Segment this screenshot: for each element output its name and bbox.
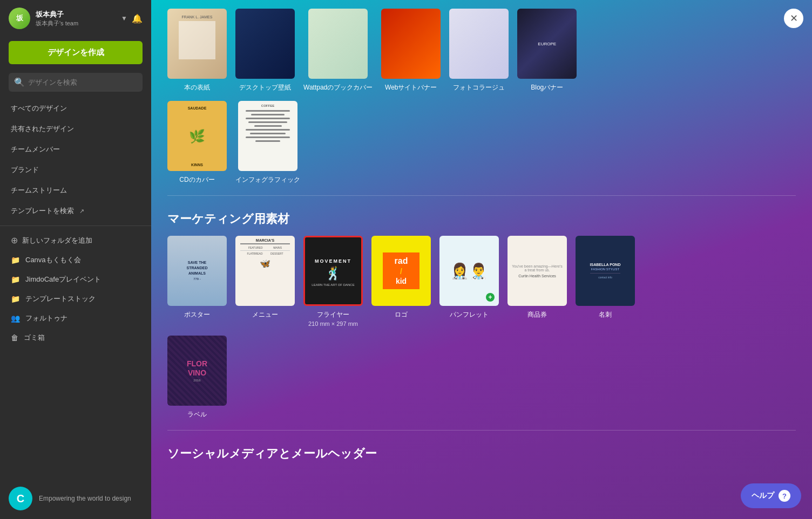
section-divider-1 bbox=[167, 195, 796, 196]
template-item-desktop-wallpaper[interactable]: デスクトップ壁紙 bbox=[235, 9, 295, 92]
template-thumb-business-card: ISABELLA POND FASHION STYLIST contact in… bbox=[576, 236, 635, 306]
template-item-blog-banner[interactable]: EUROPE Blogバナー bbox=[517, 9, 577, 92]
team-members-label: チームメンバー bbox=[11, 145, 60, 154]
avatar-image: 坂 bbox=[9, 8, 30, 29]
template-item-wattpad[interactable]: Wattpadのブックカバー bbox=[303, 9, 373, 92]
top-template-row: FRANK L. JAMES 本の表紙 デスクトップ壁紙 Wattpadのブック… bbox=[167, 9, 796, 92]
template-thumb-menu: MARCIA'S FEATURED MAINS FLATBREAD DESSER… bbox=[235, 236, 295, 306]
main-content: ✕ FRANK L. JAMES 本の表紙 デスクトップ壁紙 Wattpadのブ… bbox=[151, 0, 812, 519]
template-label-cd-cover: CDのカバー bbox=[179, 175, 214, 185]
notification-bell-icon[interactable]: 🔔 bbox=[132, 13, 143, 24]
template-label-label: ラベル bbox=[187, 410, 207, 419]
template-sublabel-flyer: 210 mm × 297 mm bbox=[308, 320, 358, 327]
sidebar-item-shared-designs[interactable]: 共有されたデザイン bbox=[0, 119, 151, 139]
template-item-book-cover[interactable]: FRANK L. JAMES 本の表紙 bbox=[167, 9, 227, 92]
person-icon: 👥 bbox=[11, 314, 20, 323]
template-stock-label: テンプレートストック bbox=[25, 294, 96, 304]
help-label: ヘルプ bbox=[752, 491, 774, 501]
template-thumb-poster: SAVE THESTRANDEDANIMALS 779 - bbox=[167, 236, 227, 306]
search-box: 🔍 bbox=[9, 73, 143, 92]
add-folder-button[interactable]: ⊕ 新しいフォルダを追加 bbox=[0, 230, 151, 250]
sidebar-bottom: C Empowering the world to design bbox=[0, 478, 151, 519]
chevron-down-icon[interactable]: ▼ bbox=[121, 15, 127, 22]
add-folder-label: 新しいフォルダを追加 bbox=[22, 236, 92, 245]
template-label-blog-banner: Blogバナー bbox=[531, 83, 563, 92]
template-thumb-coupon: You've been amazing—Here's a treat from … bbox=[508, 236, 567, 306]
canva-logo: C bbox=[9, 487, 32, 510]
template-item-logo[interactable]: rad / kid ロゴ bbox=[371, 236, 431, 319]
search-input[interactable] bbox=[28, 78, 137, 86]
close-button[interactable]: ✕ bbox=[784, 9, 803, 28]
sidebar-item-template-stock[interactable]: 📁 テンプレートストック bbox=[0, 289, 151, 309]
template-thumb-book-cover: FRANK L. JAMES bbox=[167, 9, 227, 79]
shared-designs-label: 共有されたデザイン bbox=[11, 124, 74, 134]
template-label-photo-collage: フォトコラージュ bbox=[453, 83, 505, 92]
template-thumb-cd-cover: SAUDADE 🌿 KINNS bbox=[167, 101, 227, 171]
sidebar-item-fortuna[interactable]: 👥 フォルトゥナ bbox=[0, 309, 151, 328]
template-thumb-pamphlet: 👩‍⚕️👨‍⚕️ + bbox=[439, 236, 499, 306]
template-label-poster: ポスター bbox=[184, 310, 210, 319]
template-item-photo-collage[interactable]: フォトコラージュ bbox=[449, 9, 509, 92]
user-info: 坂本典子 坂本典子's team bbox=[36, 10, 116, 28]
template-item-pamphlet[interactable]: 👩‍⚕️👨‍⚕️ + パンフレット bbox=[439, 236, 499, 319]
template-label-logo: ロゴ bbox=[395, 310, 408, 319]
template-thumb-photocollage bbox=[449, 9, 509, 79]
folder-icon: 📁 bbox=[11, 295, 20, 303]
fortuna-label: フォルトゥナ bbox=[25, 313, 67, 323]
add-circle-icon: ⊕ bbox=[11, 235, 18, 245]
template-label-book-cover: 本の表紙 bbox=[184, 83, 210, 92]
template-label-coupon: 商品券 bbox=[527, 310, 547, 319]
template-label-menu: メニュー bbox=[252, 310, 278, 319]
folder-icon: 📁 bbox=[11, 275, 20, 284]
trash-icon: 🗑 bbox=[11, 333, 18, 342]
template-search-label: テンプレートを検索 bbox=[11, 206, 74, 216]
template-label-web-banner: Webサイトバナー bbox=[385, 83, 437, 92]
template-item-flyer[interactable]: MOVEMENT 🕺 LEARN THE ART OF DANCE フライヤー … bbox=[303, 236, 363, 327]
brand-label: ブランド bbox=[11, 165, 39, 175]
user-team: 坂本典子's team bbox=[36, 19, 116, 28]
sidebar-item-team-stream[interactable]: チームストリーム bbox=[0, 180, 151, 201]
sidebar-item-all-designs[interactable]: すべてのデザイン bbox=[0, 98, 151, 119]
template-thumb-webbanner bbox=[381, 9, 441, 79]
template-thumb-infographic: COFFEE bbox=[238, 101, 297, 171]
template-item-poster[interactable]: SAVE THESTRANDEDANIMALS 779 - ポスター bbox=[167, 236, 227, 319]
template-item-coupon[interactable]: You've been amazing—Here's a treat from … bbox=[508, 236, 567, 319]
sidebar-item-template-search[interactable]: テンプレートを検索 ↗ bbox=[0, 201, 151, 221]
template-label-business-card: 名刺 bbox=[599, 310, 612, 319]
template-item-web-banner[interactable]: Webサイトバナー bbox=[381, 9, 441, 92]
sidebar-item-team-members[interactable]: チームメンバー bbox=[0, 139, 151, 160]
template-item-menu[interactable]: MARCIA'S FEATURED MAINS FLATBREAD DESSER… bbox=[235, 236, 295, 319]
nav-divider bbox=[0, 226, 151, 226]
second-template-row: SAUDADE 🌿 KINNS CDのカバー COFFEE インフォグラフィック bbox=[167, 101, 796, 185]
template-item-infographic[interactable]: COFFEE インフォグラフィック bbox=[235, 101, 300, 185]
external-link-icon: ↗ bbox=[79, 208, 84, 215]
template-thumb-flyer: MOVEMENT 🕺 LEARN THE ART OF DANCE bbox=[303, 236, 363, 306]
search-icon: 🔍 bbox=[14, 77, 25, 87]
template-label-desktop: デスクトップ壁紙 bbox=[239, 83, 291, 92]
template-label-infographic: インフォグラフィック bbox=[235, 175, 300, 185]
sidebar-item-canva-club[interactable]: 📁 Canvaもくもく会 bbox=[0, 250, 151, 270]
help-button[interactable]: ヘルプ ? bbox=[741, 483, 801, 508]
social-section-title: ソーシャルメディアとメールヘッダー bbox=[167, 446, 796, 462]
template-item-label[interactable]: FLORVINO 2016 ラベル bbox=[167, 336, 227, 419]
create-design-button[interactable]: デザインを作成 bbox=[9, 41, 143, 64]
template-thumb-label: FLORVINO 2016 bbox=[167, 336, 227, 406]
trash-label: ゴミ箱 bbox=[24, 333, 45, 343]
header-icons: ▼ 🔔 bbox=[121, 13, 143, 24]
avatar[interactable]: 坂 bbox=[9, 8, 30, 29]
template-item-cd-cover[interactable]: SAUDADE 🌿 KINNS CDのカバー bbox=[167, 101, 227, 185]
canva-tagline: Empowering the world to design bbox=[39, 494, 131, 503]
sidebar-item-jimdo-event[interactable]: 📁 JimdoCafeプレイベント bbox=[0, 270, 151, 289]
sidebar-item-brand[interactable]: ブランド bbox=[0, 160, 151, 180]
template-item-business-card[interactable]: ISABELLA POND FASHION STYLIST contact in… bbox=[576, 236, 635, 319]
template-thumb-desktop bbox=[235, 9, 295, 79]
marketing-template-row: SAVE THESTRANDEDANIMALS 779 - ポスター MARCI… bbox=[167, 236, 796, 327]
template-label-pamphlet: パンフレット bbox=[450, 310, 489, 319]
sidebar-item-trash[interactable]: 🗑 ゴミ箱 bbox=[0, 328, 151, 347]
label-template-row: FLORVINO 2016 ラベル bbox=[167, 336, 796, 419]
jimdo-event-label: JimdoCafeプレイベント bbox=[25, 275, 101, 284]
all-designs-label: すべてのデザイン bbox=[11, 104, 67, 113]
sidebar-header: 坂 坂本典子 坂本典子's team ▼ 🔔 bbox=[0, 0, 151, 37]
template-thumb-wattpad bbox=[308, 9, 368, 79]
section-divider-2 bbox=[167, 430, 796, 431]
